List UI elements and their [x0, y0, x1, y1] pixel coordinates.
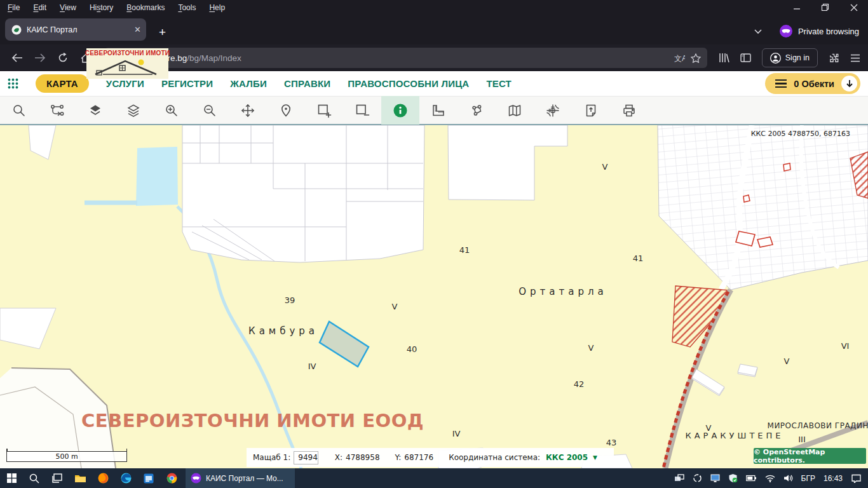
x-label: X: [335, 453, 342, 462]
forward-button[interactable] [31, 48, 50, 67]
close-window-button[interactable] [839, 0, 868, 15]
watermark: СЕВЕРОИЗТОЧНИ ИМОТИ ЕООД [81, 410, 424, 431]
select-remove-tool[interactable] [343, 96, 381, 125]
browser-tab[interactable]: КАИС Портал ✕ [5, 18, 146, 41]
tab-close-icon[interactable]: ✕ [134, 25, 141, 34]
clock[interactable]: 16:43 [824, 474, 843, 483]
menu-edit[interactable]: Edit [33, 3, 46, 12]
chrome-icon[interactable] [160, 468, 183, 488]
nav-item-жалби[interactable]: ЖАЛБИ [230, 78, 267, 89]
route-tool[interactable] [38, 96, 76, 125]
crs-label: Координатна система: [449, 453, 540, 462]
tab-favicon [11, 25, 22, 35]
cursor-coordinates: ККС 2005 4788750, 687163 [751, 130, 850, 138]
translate-icon[interactable]: 文A [674, 53, 685, 63]
display-icon[interactable] [710, 474, 720, 482]
location-pin-tool[interactable] [267, 96, 305, 125]
map-sheet-tool[interactable] [496, 96, 534, 125]
private-browsing-badge: Private browsing [779, 24, 859, 38]
task-view-button[interactable] [46, 468, 69, 488]
info-tool[interactable] [381, 96, 419, 125]
scale-input[interactable]: 9494 [294, 451, 318, 464]
pan-tool[interactable] [229, 96, 267, 125]
crs-select[interactable]: ККС 2005 [546, 453, 588, 462]
taskbar-search-button[interactable] [23, 468, 46, 488]
list-tabs-chevron-icon[interactable] [754, 29, 763, 34]
sign-in-button[interactable]: Sign in [762, 48, 818, 67]
map-viewport[interactable]: 39V404141VV4243IVIVVIVVIIIОртатарлаКамбу… [0, 125, 868, 468]
file-explorer-icon[interactable] [69, 468, 92, 488]
private-window-task-icon [191, 473, 201, 484]
company-logo-house-icon [90, 57, 165, 77]
objects-download-icon [841, 76, 857, 92]
menu-tools[interactable]: Tools [178, 3, 196, 12]
reload-button[interactable] [53, 48, 72, 67]
start-button[interactable] [0, 468, 23, 488]
nav-item-справки[interactable]: СПРАВКИ [284, 78, 330, 89]
new-tab-button[interactable]: + [154, 25, 171, 41]
layers-outline-tool[interactable] [114, 96, 153, 125]
bookmark-star-icon[interactable] [691, 53, 701, 63]
menu-file[interactable]: File [8, 3, 20, 12]
nav-item-тест[interactable]: ТЕСТ [486, 78, 512, 89]
zoom-out-tool[interactable] [191, 96, 229, 125]
osm-attribution[interactable]: © OpenStreetMap contributors. [754, 448, 866, 464]
firefox-icon[interactable] [92, 468, 114, 488]
action-center-icon[interactable] [851, 474, 862, 483]
menu-history[interactable]: History [90, 3, 113, 12]
security-shield-icon[interactable] [728, 473, 738, 483]
volume-icon[interactable] [783, 474, 793, 482]
active-task-button[interactable]: КАИС Портал — Mo... [186, 468, 295, 488]
select-add-tool[interactable] [305, 96, 343, 125]
y-value: 687176 [404, 453, 433, 462]
language-indicator[interactable]: БГР [801, 474, 815, 483]
coordinates-tool[interactable] [534, 96, 572, 125]
scale-bar: 500 m [6, 451, 127, 462]
y-label: Y: [395, 453, 402, 462]
private-mask-icon [779, 24, 793, 38]
sidebar-icon[interactable] [740, 53, 751, 62]
window-controls [782, 0, 868, 15]
nav-item-регистри[interactable]: РЕГИСТРИ [161, 78, 213, 89]
minimize-button[interactable] [782, 0, 811, 15]
objects-count-label: 0 Обекти [794, 79, 834, 89]
app-menu-icon[interactable] [850, 54, 860, 62]
export-tool[interactable] [572, 96, 610, 125]
map-toolbar [0, 97, 868, 125]
library-icon[interactable] [719, 53, 729, 63]
nav-item-карта[interactable]: КАРТА [36, 74, 89, 93]
edge-icon[interactable] [114, 468, 137, 488]
x-value: 4788958 [346, 453, 379, 462]
url-bar[interactable]: kais.cadastre.bg/bg/Map/Index 文A [104, 48, 707, 68]
objects-button[interactable]: 0 Обекти [765, 73, 860, 94]
system-tray: БГР 16:43 [674, 473, 868, 483]
menu-items: FileEditViewHistoryBookmarksToolsHelp [8, 3, 225, 12]
menu-bookmarks[interactable]: Bookmarks [126, 3, 165, 12]
map-status-bar: Мащаб 1: 9494 X: 4788958 Y: 687176 Коорд… [247, 448, 614, 467]
measure-area-tool[interactable] [458, 96, 496, 125]
crs-dropdown-icon[interactable]: ▼ [593, 454, 597, 461]
battery-icon[interactable] [746, 475, 757, 482]
zoom-in-tool[interactable] [153, 96, 191, 125]
update-icon[interactable] [693, 473, 702, 483]
sign-in-label: Sign in [785, 53, 810, 62]
nav-item-услуги[interactable]: УСЛУГИ [106, 78, 144, 89]
wifi-icon[interactable] [765, 475, 775, 482]
scale-bar-label: 500 m [55, 452, 78, 461]
menu-view[interactable]: View [60, 3, 76, 12]
apps-grid-icon[interactable] [8, 78, 18, 89]
print-tool[interactable] [610, 96, 648, 125]
maximize-button[interactable] [811, 0, 839, 15]
back-button[interactable] [8, 48, 27, 67]
tray-app-icon[interactable] [674, 474, 684, 482]
search-tool[interactable] [0, 96, 38, 125]
layers-filled-tool[interactable] [76, 96, 114, 125]
measure-length-tool[interactable] [419, 96, 458, 125]
menu-help[interactable]: Help [209, 3, 225, 12]
nav-item-правоспособни-лица[interactable]: ПРАВОСПОСОБНИ ЛИЦА [348, 78, 469, 89]
menu-bar: FileEditViewHistoryBookmarksToolsHelp [0, 0, 868, 15]
active-task-title: КАИС Портал — Mo... [206, 474, 283, 483]
app-icon-blue[interactable] [137, 468, 160, 488]
company-logo-text: СЕВЕРОИЗТОЧНИ ИМОТИ [85, 50, 170, 57]
extensions-puzzle-icon[interactable] [829, 53, 839, 64]
